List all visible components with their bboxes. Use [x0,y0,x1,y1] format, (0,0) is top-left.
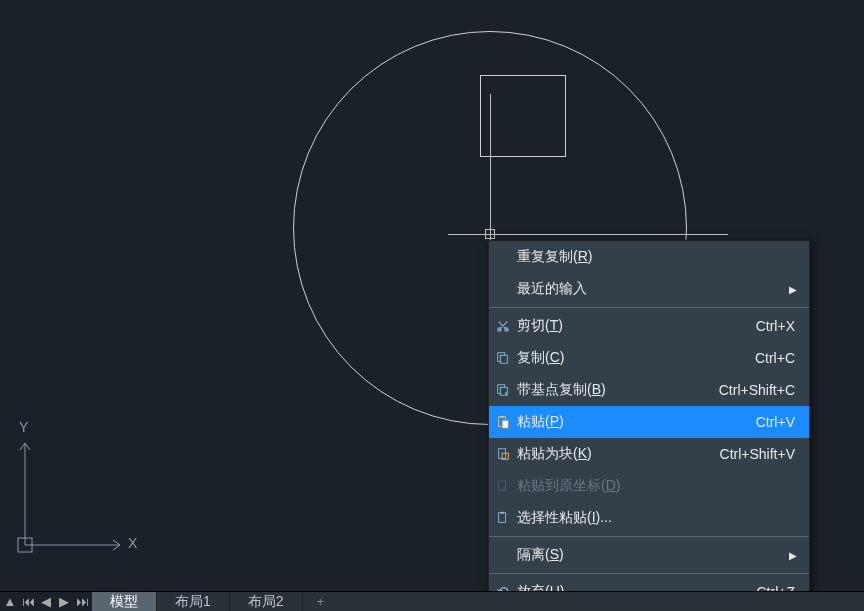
menu-paste-as-block[interactable]: 粘贴为块(K) Ctrl+Shift+V [489,438,809,470]
cut-icon [489,319,517,333]
tab-add-button[interactable]: + [303,592,339,611]
menu-label: 隔离(S) [517,546,789,564]
ucs-indicator: Y X [15,425,135,555]
menu-separator [489,573,809,574]
menu-label: 最近的输入 [517,280,789,298]
menu-shortcut: Ctrl+V [756,414,799,430]
copy-icon [489,351,517,365]
paste-orig-icon [489,479,517,493]
menu-isolate[interactable]: 隔离(S) ▶ [489,539,809,571]
menu-paste[interactable]: 粘贴(P) Ctrl+V [489,406,809,438]
ucs-x-label: X [128,535,137,551]
menu-cut[interactable]: 剪切(T) Ctrl+X [489,310,809,342]
tab-layout2[interactable]: 布局2 [230,592,303,611]
menu-copy-with-base[interactable]: 带基点复制(B) Ctrl+Shift+C [489,374,809,406]
menu-label: 选择性粘贴(I)... [517,509,799,527]
menu-shortcut: Ctrl+X [756,318,799,334]
menu-copy[interactable]: 复制(C) Ctrl+C [489,342,809,374]
ucs-y-label: Y [19,419,28,435]
paste-block-icon [489,447,517,461]
svg-rect-14 [499,513,506,523]
menu-repeat-copy[interactable]: 重复复制(R) [489,241,809,273]
tab-first-icon[interactable]: ⏮ [22,593,34,611]
menu-separator [489,536,809,537]
layout-tabs-bar: ▲ ⏮ ◀ ▶ ⏭ 模型 布局1 布局2 + [0,591,864,611]
svg-rect-15 [500,512,504,514]
submenu-arrow-icon: ▶ [789,550,799,561]
tab-menu-icon[interactable]: ▲ [4,593,16,611]
drawing-rectangle[interactable] [480,75,566,157]
menu-paste-special[interactable]: 选择性粘贴(I)... [489,502,809,534]
tab-layout1[interactable]: 布局1 [157,592,230,611]
menu-shortcut: Ctrl+C [755,350,799,366]
svg-point-7 [505,392,509,396]
context-menu: 重复复制(R) 最近的输入 ▶ 剪切(T) Ctrl+X 复制(C) Ctrl+… [488,240,810,609]
tab-next-icon[interactable]: ▶ [58,593,70,611]
submenu-arrow-icon: ▶ [789,284,799,295]
cursor-pickbox [485,229,495,239]
menu-label: 重复复制(R) [517,248,799,266]
tab-prev-icon[interactable]: ◀ [40,593,52,611]
tab-nav-controls: ▲ ⏮ ◀ ▶ ⏭ [0,592,92,611]
menu-shortcut: Ctrl+Shift+V [720,446,799,462]
svg-rect-13 [499,481,506,491]
menu-shortcut: Ctrl+Shift+C [719,382,799,398]
tab-model[interactable]: 模型 [92,592,157,611]
menu-label: 剪切(T) [517,317,756,335]
svg-rect-9 [500,416,504,418]
menu-label: 粘贴为块(K) [517,445,720,463]
menu-recent-input[interactable]: 最近的输入 ▶ [489,273,809,305]
paste-icon [489,415,517,429]
tab-last-icon[interactable]: ⏭ [76,593,88,611]
menu-label: 带基点复制(B) [517,381,719,399]
menu-label: 粘贴到原坐标(D) [517,477,799,495]
menu-paste-original-coords: 粘贴到原坐标(D) [489,470,809,502]
svg-rect-10 [502,420,508,428]
copy-base-icon [489,383,517,397]
menu-label: 复制(C) [517,349,755,367]
paste-special-icon [489,511,517,525]
menu-label: 粘贴(P) [517,413,756,431]
svg-rect-4 [500,355,507,363]
menu-separator [489,307,809,308]
